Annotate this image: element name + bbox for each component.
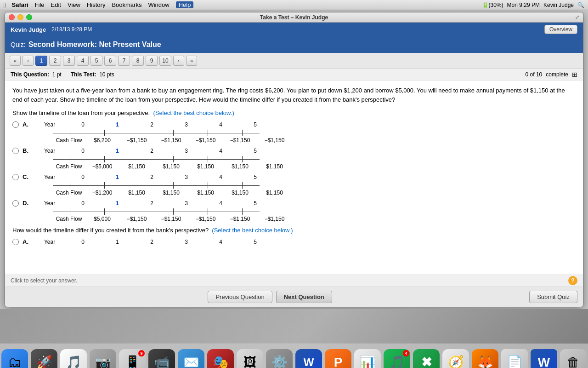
apple-menu[interactable]:  [4,1,6,9]
minimize-button[interactable] [17,14,23,20]
nav-last-button[interactable]: » [186,56,197,66]
nav-first-button[interactable]: « [10,56,21,66]
option-b-label: B. [23,147,30,154]
dock-excel[interactable]: ✖ [413,349,440,368]
cf-c-4: $1,150 [223,190,257,196]
menu-file[interactable]: File [35,1,45,8]
nav-page-2[interactable]: 2 [49,56,61,66]
nav-page-4[interactable]: 4 [77,56,89,66]
nav-page-6[interactable]: 6 [104,56,116,66]
year-c-3: 2 [135,174,169,180]
header-bar: Kevin Judge 2/18/13 9:28 PM Overview [5,23,583,36]
menu-edit[interactable]: Edit [51,1,61,8]
year-d-1: 0 [66,200,100,207]
help-button[interactable]: ? [568,276,577,285]
menu-view[interactable]: View [68,1,80,8]
overview-button[interactable]: Overview [544,25,577,34]
option-c-radio[interactable] [12,174,19,180]
dock-iphoto[interactable]: 🖼 [237,349,263,368]
action-buttons: Previous Question Next Question [208,291,332,303]
dock-photos[interactable]: 📷 [90,349,116,368]
status-right: 0 of 10 complete ⊞ [526,71,577,78]
dock-thumbnail1[interactable]: 📄 [501,349,528,368]
year-b-5: 4 [204,148,238,154]
itunes-icon: 🎵 [66,355,82,368]
dock-firefox[interactable]: 🦊 [472,349,498,368]
thumb2-icon: W [538,355,550,368]
cf-d-2: −$1,150 [154,216,188,222]
zoom-button[interactable] [26,14,32,20]
option-d-cashflows: Cash Flow $5,000 −$1,150 −$1,150 −$1,150… [53,216,576,222]
dock-iphone-config[interactable]: 📱 9 [119,349,146,368]
dock-activity-monitor[interactable]: 📊 [354,349,381,368]
dock-finder[interactable]: 🗂 [1,349,28,368]
year-a2-3: 2 [135,239,169,245]
dock-trash[interactable]: 🗑 [560,349,587,368]
dock-launchpad[interactable]: 🚀 [31,349,57,368]
next-question-button[interactable]: Next Question [276,291,332,303]
question-points-label: This Question: 1 pt [11,71,62,78]
nav-next-button[interactable]: › [173,56,184,66]
option-d-years: Year 0 1 2 3 4 5 [34,200,272,207]
cf-b-2: $1,150 [154,163,188,170]
option-b-radio[interactable] [12,148,19,154]
search-icon[interactable]: 🔍 [577,2,584,8]
nav-page-1[interactable]: 1 [35,56,47,66]
nav-page-9[interactable]: 9 [146,56,158,66]
dock-mail[interactable]: ✉️ [178,349,204,368]
year-c-0: Year [34,174,66,180]
option-c-row: C. Year 0 1 2 3 4 5 [12,173,576,180]
menu-window[interactable]: Window [148,1,169,8]
dock-thumbnail2[interactable]: W [531,349,557,368]
year-d-6: 5 [238,200,272,207]
tick-b-0 [53,156,87,162]
question-area[interactable]: You have just taken out a five-year loan… [5,80,583,274]
year-a2-5: 4 [204,239,238,245]
nav-page-5[interactable]: 5 [90,56,102,66]
option-d-radio[interactable] [12,200,19,207]
tick-d-4 [191,208,225,215]
resize-icon[interactable]: ⤢ [575,14,579,20]
expand-icon[interactable]: ⊞ [572,71,577,78]
nav-page-8[interactable]: 8 [132,56,144,66]
close-button[interactable] [9,14,15,20]
option-c-cashflows: Cash Flow −$1,200 $1,150 $1,150 $1,150 $… [53,190,576,196]
menu-history[interactable]: History [87,1,105,8]
option-a-radio[interactable] [12,121,19,128]
year-d-2: 1 [100,200,135,207]
cf-d-1: −$1,150 [119,216,154,222]
menu-bookmarks[interactable]: Bookmarks [112,1,141,8]
nav-prev-button[interactable]: ‹ [23,56,34,66]
dock-spotify[interactable]: 🎵 4 [384,349,410,368]
submit-quiz-button[interactable]: Submit Quiz [529,291,577,303]
year-a-1: 0 [66,121,100,128]
nav-page-10[interactable]: 10 [159,56,171,66]
dock-word[interactable]: W [295,349,322,368]
word-icon: W [304,356,314,368]
login-date: 2/18/13 9:28 PM [51,26,92,33]
dock-powerpoint[interactable]: P [325,349,351,368]
previous-question-button[interactable]: Previous Question [208,291,272,303]
option-a2-radio[interactable] [12,239,19,245]
cf-a-3: −$1,150 [188,137,223,144]
menu-help[interactable]: Help [176,1,194,8]
dock-safari[interactable]: 🧭 [442,349,469,368]
activity-icon: 📊 [360,355,376,368]
ticks-b [53,156,260,162]
option-b-years: Year 0 1 2 3 4 5 [34,148,272,154]
option-a-cashflows: Cash Flow $6,200 −$1,150 −$1,150 −$1,150… [53,137,576,144]
dock-system-prefs[interactable]: ⚙️ [266,349,293,368]
cf-b-0: −$5,000 [85,163,119,170]
nav-page-3[interactable]: 3 [63,56,75,66]
tick-c-2 [122,182,156,189]
year-b-1: 0 [66,148,100,154]
dock-facetime[interactable]: 📹 [148,349,175,368]
year-d-3: 2 [135,200,169,207]
nav-page-7[interactable]: 7 [118,56,130,66]
dock-itunes[interactable]: 🎵 [60,349,87,368]
menu-safari[interactable]: Safari [11,1,28,8]
question-label: This Question: [11,71,49,78]
year-a2-2: 1 [100,239,135,245]
dock-theater[interactable]: 🎭 [207,349,234,368]
safari-icon: 🧭 [448,355,464,368]
